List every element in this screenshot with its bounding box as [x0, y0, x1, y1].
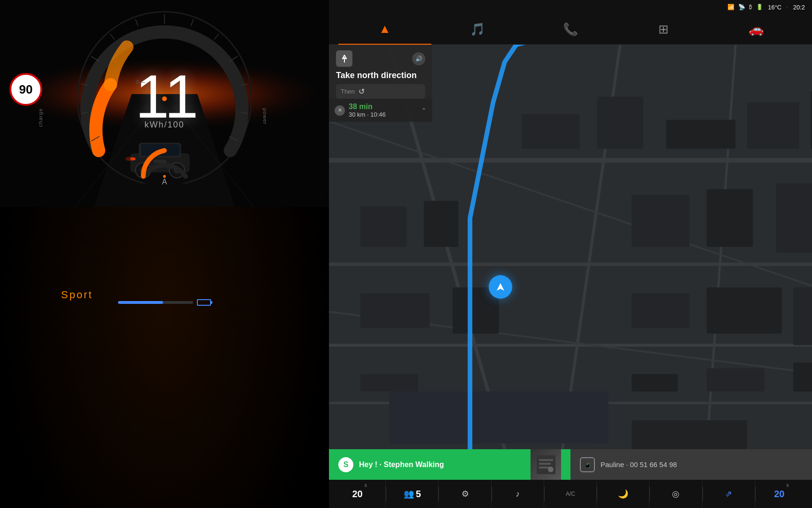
func-settings[interactable]: ⚙ [439, 480, 491, 508]
func-driver-assist[interactable]: ◎ [650, 480, 702, 508]
tab-car[interactable]: 🚗 [710, 14, 803, 45]
svg-rect-72 [539, 463, 551, 465]
drive-mode-label: Sport [61, 289, 93, 301]
route-expand-button[interactable]: ⌃ [421, 107, 427, 114]
battery-bar [118, 301, 193, 304]
func-comfort[interactable]: 🌙 [597, 480, 649, 508]
svg-rect-56 [707, 189, 753, 247]
func-ac[interactable]: A/C [545, 480, 597, 508]
passengers-icon: 👥 [404, 489, 414, 499]
time-display: 20:2 [793, 4, 805, 11]
svg-rect-48 [522, 114, 580, 149]
temperature-display: 16°C [768, 4, 781, 11]
svg-rect-54 [424, 201, 459, 247]
speed-limit-badge: 90 [9, 73, 42, 106]
svg-rect-51 [747, 103, 799, 149]
spotify-track: Stephen Walking [383, 460, 444, 468]
func-nav-active[interactable]: ⇗ [703, 480, 755, 508]
driver-assist-icon: ◎ [672, 489, 679, 499]
function-bar: 20 s 👥 5 ⚙ ♪ A/C 🌙 ◎ ⇗ [329, 480, 812, 508]
ac-label: A/C [566, 491, 575, 497]
power-label: power [262, 108, 268, 125]
battery-status-icon: 🔋 [756, 4, 763, 10]
func-speed-left[interactable]: 20 s [334, 480, 386, 508]
map-area[interactable]: 🔊 Take north direction Then ↺ ✕ 38 min 3… [329, 45, 812, 449]
route-time: 38 min [349, 103, 386, 111]
spotify-icon: S [338, 457, 353, 472]
signal-icon: 📡 [738, 4, 745, 10]
spotify-artist: Hey ! [359, 460, 377, 468]
passengers-count: 5 [416, 489, 421, 500]
speed-limit-value: 90 [19, 82, 33, 97]
func-speed-right[interactable]: 20 s [756, 480, 807, 508]
svg-text:A: A [162, 178, 167, 186]
svg-rect-53 [360, 206, 406, 247]
svg-rect-49 [597, 97, 643, 149]
svg-marker-69 [497, 283, 504, 291]
dashboard-panel: 90 [0, 0, 329, 508]
phone-icon: 📱 [580, 457, 595, 472]
svg-rect-62 [793, 287, 812, 345]
apps-tab-icon: ⊞ [658, 22, 669, 37]
call-media-bar[interactable]: 📱 Pauline · 00 51 66 54 98 [570, 449, 812, 480]
nav-active-icon: ⇗ [725, 489, 732, 499]
svg-point-74 [548, 467, 554, 472]
vehicle-position-marker [489, 275, 512, 299]
func-speed-right-value: 20 [774, 489, 784, 500]
call-number: 00 51 66 54 98 [630, 460, 677, 468]
svg-rect-60 [632, 293, 689, 328]
then-row: Then ↺ [336, 84, 425, 99]
svg-rect-68 [632, 421, 747, 449]
func-music[interactable]: ♪ [492, 480, 544, 508]
svg-rect-63 [360, 374, 418, 391]
tab-phone[interactable]: 📞 [524, 14, 617, 45]
svg-line-26 [110, 34, 115, 39]
route-close-button[interactable]: ✕ [335, 105, 345, 116]
svg-rect-50 [666, 120, 735, 149]
svg-rect-65 [707, 368, 765, 391]
svg-rect-67 [389, 391, 609, 444]
func-speed-left-value: 20 [352, 489, 362, 500]
direction-row: 🔊 [336, 50, 425, 67]
status-icons: 📶 📡 ₿ 🔋 [727, 4, 763, 10]
album-art [531, 449, 561, 480]
bluetooth-icon: ₿ [749, 4, 752, 10]
battery-fill [118, 301, 163, 304]
music-tab-icon: 🎵 [470, 22, 485, 37]
car-tab-icon: 🚗 [749, 22, 764, 37]
navigation-tab-icon: ▲ [379, 22, 391, 36]
battery-icon [197, 299, 211, 306]
svg-rect-58 [360, 293, 429, 328]
media-bar: S Hey ! · Stephen Walking 📱 Pauline [329, 449, 812, 480]
navigation-overlay: 🔊 Take north direction Then ↺ [329, 45, 432, 104]
call-contact: Pauline [601, 460, 624, 468]
settings-icon: ⚙ [461, 489, 469, 499]
charge-label: charge [38, 108, 43, 127]
svg-rect-55 [632, 195, 689, 247]
tab-music[interactable]: 🎵 [431, 14, 524, 45]
comfort-icon: 🌙 [618, 489, 628, 499]
func-passengers[interactable]: 👥 5 [386, 480, 438, 508]
tab-navigation[interactable]: ▲ [338, 14, 431, 45]
then-direction-icon: ↺ [359, 87, 365, 96]
func-speed-right-unit: s [786, 483, 789, 488]
navigation-instruction: Take north direction [336, 71, 425, 80]
svg-line-30 [214, 34, 219, 39]
svg-rect-71 [539, 459, 553, 461]
tab-apps[interactable]: ⊞ [617, 14, 710, 45]
spotify-media-bar[interactable]: S Hey ! · Stephen Walking [329, 449, 570, 480]
music-func-icon: ♪ [515, 489, 520, 499]
nav-tabs: ▲ 🎵 📞 ⊞ 🚗 [329, 14, 812, 45]
svg-line-27 [135, 19, 138, 26]
direction-icon [336, 50, 352, 67]
svg-rect-57 [776, 183, 812, 253]
wifi-icon: 📶 [727, 4, 734, 10]
call-info: Pauline · 00 51 66 54 98 [601, 460, 677, 468]
sound-button[interactable]: 🔊 [412, 52, 425, 65]
route-details: 30 km · 10:46 [349, 111, 386, 118]
svg-rect-61 [707, 287, 782, 333]
battery-bar-container [118, 299, 211, 306]
zero-marker: 0— [136, 79, 145, 86]
svg-rect-66 [793, 363, 812, 391]
ampere-gauge: A [134, 132, 195, 188]
